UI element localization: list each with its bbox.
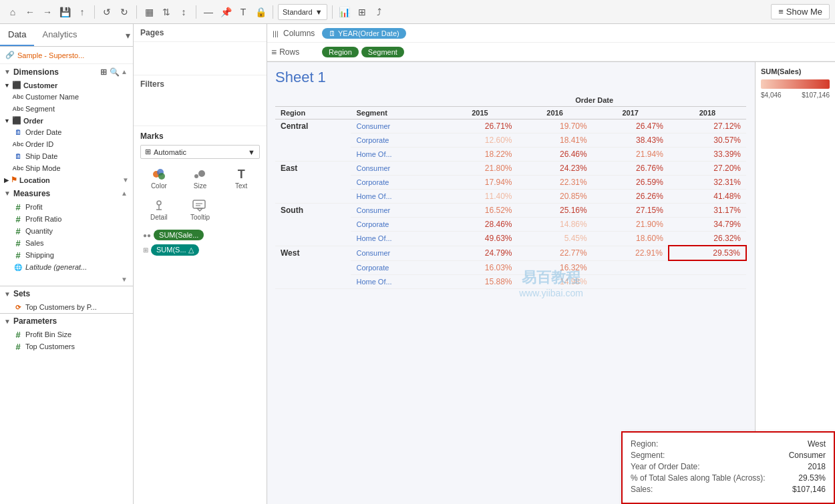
pct-cell[interactable]: 20.85% (517, 190, 592, 204)
save-icon[interactable]: 💾 (57, 5, 72, 19)
bar-chart-icon[interactable]: ▦ (142, 5, 156, 19)
sets-header[interactable]: ▼ Sets (0, 286, 133, 301)
label-icon[interactable]: T (236, 5, 251, 19)
field-ship-mode[interactable]: Abc Ship Mode (0, 162, 133, 174)
measures-scroll-up[interactable]: ▲ (120, 188, 129, 198)
scroll-up[interactable]: ▲ (120, 67, 129, 77)
marks-color[interactable]: Color (140, 164, 178, 192)
table-row[interactable]: WestConsumer24.79%22.77%22.91%29.53% (275, 246, 746, 260)
pin-icon[interactable]: 📌 (218, 5, 233, 19)
pct-cell[interactable]: 28.46% (442, 218, 517, 232)
pct-cell[interactable]: 21.94% (593, 148, 669, 162)
table-row[interactable]: CentralConsumer26.71%19.70%26.47%27.12% (275, 119, 746, 134)
tab-analytics[interactable]: Analytics (34, 24, 85, 46)
field-ship-date[interactable]: 🗓 Ship Date (0, 150, 133, 162)
pct-cell[interactable]: 26.32% (669, 232, 746, 246)
marks-detail[interactable]: Detail (140, 196, 178, 223)
location-scroll-down[interactable]: ▼ (122, 176, 129, 184)
year-order-date-pill[interactable]: 🗓 YEAR(Order Date) (322, 28, 406, 39)
grid-icon[interactable]: ⊞ (100, 67, 107, 77)
pct-cell[interactable]: 26.59% (593, 176, 669, 190)
redo-icon[interactable]: ↻ (117, 5, 132, 19)
field-profit-ratio[interactable]: # Profit Ratio (0, 213, 133, 225)
tab-actions[interactable]: ▾ (126, 24, 133, 46)
pct-cell[interactable]: 12.60% (442, 134, 517, 148)
field-top-customers[interactable]: ⟳ Top Customers by P... (0, 301, 133, 313)
show-me-button[interactable]: ≡ Show Me (771, 4, 830, 19)
marks-text[interactable]: T Text (222, 164, 260, 192)
pct-cell[interactable]: 29.53% (669, 246, 746, 260)
sum-sales-pill-item[interactable]: ●● SUM(Sale... (140, 228, 260, 242)
pct-cell[interactable]: 41.48% (669, 190, 746, 204)
marks-type-dropdown[interactable]: ⊞ Automatic ▼ (140, 145, 260, 159)
pct-cell[interactable]: 26.76% (593, 162, 669, 176)
pct-cell[interactable]: 30.57% (669, 134, 746, 148)
segment-pill[interactable]: Segment (361, 47, 404, 57)
home-icon[interactable]: ⌂ (5, 5, 20, 19)
region-pill[interactable]: Region (322, 47, 359, 57)
sum-s-delta-pill[interactable]: SUM(S... △ (151, 244, 199, 256)
pct-cell[interactable]: 16.32% (517, 260, 592, 274)
data-source-label[interactable]: 🔗 Sample - Supersto... (0, 47, 133, 64)
pct-cell[interactable]: 26.71% (442, 119, 517, 134)
sum-s-pill-item[interactable]: ⊞ SUM(S... △ (140, 243, 260, 257)
forward-icon[interactable]: → (40, 5, 55, 19)
customer-group[interactable]: ▼ ⬛ Customer (0, 79, 133, 91)
field-customer-name[interactable]: Abc Customer Name (0, 91, 133, 103)
lock-icon[interactable]: 🔒 (253, 5, 268, 19)
pct-cell[interactable]: 27.12% (669, 119, 746, 134)
pct-cell[interactable]: 18.60% (593, 232, 669, 246)
pct-cell[interactable]: 5.45% (517, 232, 592, 246)
pct-cell[interactable] (593, 260, 669, 274)
pct-cell[interactable]: 14.98% (517, 274, 592, 288)
table-row[interactable]: SouthConsumer16.52%25.16%27.15%31.17% (275, 204, 746, 218)
pct-cell[interactable]: 21.80% (442, 162, 517, 176)
standard-dropdown[interactable]: Standard ▼ (278, 4, 327, 20)
pct-cell[interactable]: 24.79% (442, 246, 517, 260)
back-icon[interactable]: ← (23, 5, 37, 19)
marks-size[interactable]: Size (182, 164, 219, 192)
table-row[interactable]: EastConsumer21.80%24.23%26.76%27.20% (275, 162, 746, 176)
measures-header[interactable]: ▼ Measures ▲ (0, 186, 133, 201)
pct-cell[interactable]: 22.31% (517, 176, 592, 190)
pct-cell[interactable]: 21.90% (593, 218, 669, 232)
pct-cell[interactable] (593, 274, 669, 288)
pct-cell[interactable]: 31.17% (669, 204, 746, 218)
field-segment[interactable]: Abc Segment (0, 103, 133, 115)
sort-icon[interactable]: ↕ (176, 5, 191, 19)
pct-cell[interactable]: 34.79% (669, 218, 746, 232)
undo-icon[interactable]: ↺ (100, 5, 114, 19)
pct-cell[interactable]: 49.63% (442, 232, 517, 246)
chart-type-icon[interactable]: 📊 (337, 5, 352, 19)
pct-cell[interactable]: 27.20% (669, 162, 746, 176)
field-profit-bin-size[interactable]: # Profit Bin Size (0, 328, 133, 340)
pct-cell[interactable]: 17.94% (442, 176, 517, 190)
marks-tooltip[interactable]: Tooltip (182, 196, 219, 223)
parameters-header[interactable]: ▼ Parameters (0, 314, 133, 328)
pct-cell[interactable]: 22.77% (517, 246, 592, 260)
pct-cell[interactable] (669, 274, 746, 288)
field-latitude[interactable]: 🌐 Latitude (generat... (0, 261, 133, 273)
share-icon[interactable]: ⤴ (372, 5, 387, 19)
pct-cell[interactable]: 16.03% (442, 260, 517, 274)
pct-cell[interactable]: 18.41% (517, 134, 592, 148)
export-icon[interactable]: ↑ (75, 5, 90, 19)
pct-cell[interactable]: 16.52% (442, 204, 517, 218)
pct-cell[interactable]: 32.31% (669, 176, 746, 190)
field-quantity[interactable]: # Quantity (0, 225, 133, 237)
location-group[interactable]: ▶ ⚑ Location ▼ (0, 174, 133, 186)
pct-cell[interactable]: 38.43% (593, 134, 669, 148)
pct-cell[interactable]: 24.23% (517, 162, 592, 176)
order-group[interactable]: ▼ ⬛ Order (0, 115, 133, 126)
pct-cell[interactable]: 14.86% (517, 218, 592, 232)
pct-cell[interactable]: 27.15% (593, 204, 669, 218)
pct-cell[interactable] (669, 260, 746, 274)
sum-sales-pill[interactable]: SUM(Sale... (154, 230, 204, 240)
tab-data[interactable]: Data (0, 24, 34, 46)
field-top-customers-param[interactable]: # Top Customers (0, 340, 133, 352)
pct-cell[interactable]: 22.91% (593, 246, 669, 260)
measures-scroll-down[interactable]: ▼ (120, 274, 129, 284)
pct-cell[interactable]: 11.40% (442, 190, 517, 204)
dimensions-header[interactable]: ▼ Dimensions ⊞ 🔍 ▲ (0, 64, 133, 79)
pct-cell[interactable]: 26.47% (593, 119, 669, 134)
